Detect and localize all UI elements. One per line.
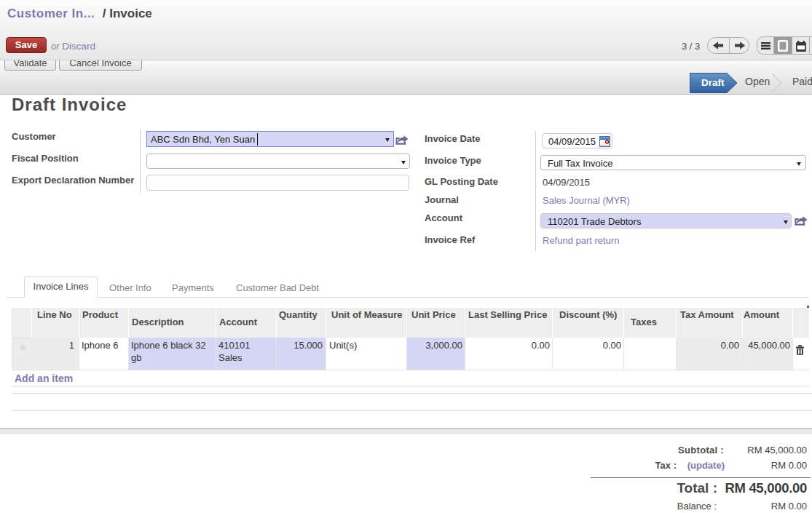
svg-text:Draft: Draft (701, 77, 725, 88)
